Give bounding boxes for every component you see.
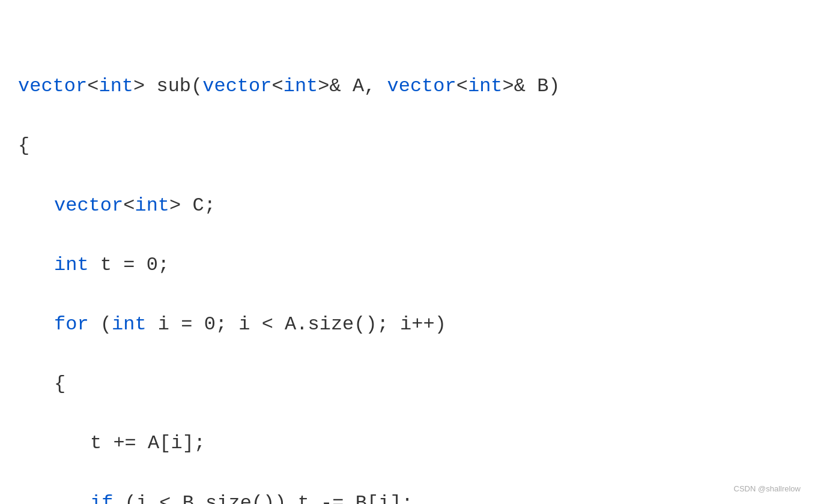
line-2: { <box>18 131 797 161</box>
line-6: { <box>18 369 797 399</box>
type-token: vector <box>18 75 87 97</box>
line-5: for (int i = 0; i < A.size(); i++) <box>18 310 797 340</box>
code-container: vector<int> sub(vector<int>& A, vector<i… <box>0 0 815 504</box>
line-7: t += A[i]; <box>18 428 797 458</box>
line-4: int t = 0; <box>18 250 797 280</box>
line-3: vector<int> C; <box>18 191 797 221</box>
watermark: CSDN @shallrelow <box>734 484 801 493</box>
line-8: if (i < B.size()) t -= B[i]; <box>18 488 797 505</box>
line-1: vector<int> sub(vector<int>& A, vector<i… <box>18 71 797 101</box>
code-block: vector<int> sub(vector<int>& A, vector<i… <box>18 12 797 504</box>
